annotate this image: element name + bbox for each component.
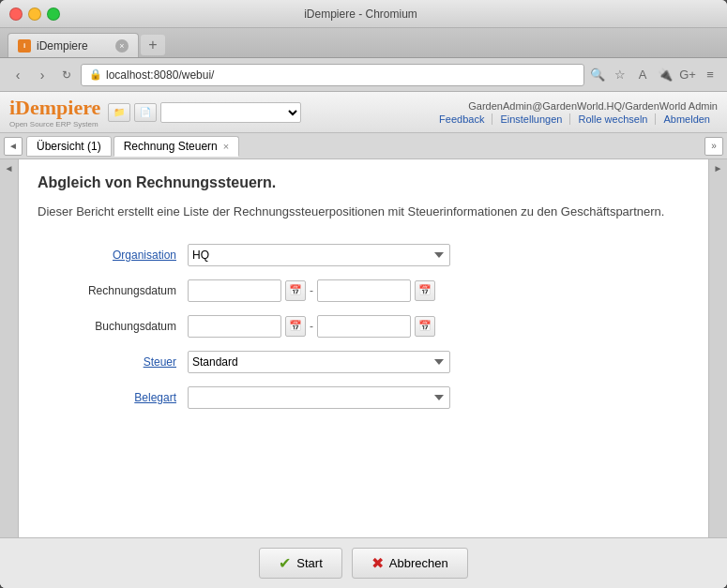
browser-tab-bar: i iDempiere × + <box>0 28 727 58</box>
select-organisation[interactable]: HQ <box>188 244 450 266</box>
new-tab-button[interactable]: + <box>141 35 165 55</box>
form-row-organisation: Organisation HQ <box>38 244 689 266</box>
tab-expand-btn[interactable]: » <box>704 137 723 156</box>
title-bar: iDempiere - Chromium <box>0 0 727 28</box>
left-sidebar-toggle[interactable]: ◄ <box>0 159 19 537</box>
logo-area: iDempiere Open Source ERP System 📁 📄 <box>9 96 301 128</box>
label-buchungsdatum: Buchungsdatum <box>38 320 188 333</box>
window-controls <box>9 8 60 21</box>
app-logo: iDempiere <box>9 96 100 120</box>
right-toggle-icon: ► <box>714 163 723 173</box>
translate-icon[interactable]: A <box>633 66 652 84</box>
page-description: Dieser Bericht erstellt eine Liste der R… <box>38 203 689 221</box>
idempiere-app: iDempiere Open Source ERP System 📁 📄 Gar… <box>0 92 727 588</box>
x-icon: ✖ <box>371 554 384 572</box>
form-row-buchungsdatum: Buchungsdatum 📅 - 📅 <box>38 315 689 338</box>
check-icon: ✔ <box>279 554 291 572</box>
tool-btn-1[interactable]: 📁 <box>108 103 130 122</box>
search-icon[interactable]: 🔍 <box>588 66 607 84</box>
label-belegart[interactable]: Belegart <box>38 391 188 404</box>
settings-link[interactable]: Einstellungen <box>492 113 570 125</box>
form-row-rechnungsdatum: Rechnungsdatum 📅 - 📅 <box>38 279 689 302</box>
tab-rechnung-steuern[interactable]: Rechnung Steuern × <box>114 136 240 157</box>
date-sep-2: - <box>310 320 313 333</box>
page-title: Abgleich von Rechnungssteuern. <box>38 174 689 191</box>
start-label: Start <box>296 556 322 570</box>
favicon: i <box>18 39 31 53</box>
browser-tab-close[interactable]: × <box>115 39 129 53</box>
context-select[interactable] <box>160 102 301 123</box>
browser-tab[interactable]: i iDempiere × <box>8 33 139 57</box>
buchungsdatum-from-cal[interactable]: 📅 <box>285 316 306 337</box>
url-text: localhost:8080/webui/ <box>106 68 214 82</box>
date-range-buchungsdatum: 📅 - 📅 <box>188 315 450 338</box>
browser-window: iDempiere - Chromium i iDempiere × + ‹ ›… <box>0 0 727 588</box>
menu-icon[interactable]: ≡ <box>701 66 719 84</box>
tab-close-icon[interactable]: × <box>223 141 229 152</box>
control-belegart <box>188 386 450 409</box>
browser-tab-label: iDempiere <box>37 39 88 53</box>
buchungsdatum-to[interactable] <box>317 315 411 338</box>
content-area: Abgleich von Rechnungssteuern. Dieser Be… <box>19 159 708 537</box>
control-buchungsdatum: 📅 - 📅 <box>188 315 450 338</box>
tab-active-label: Rechnung Steuern <box>124 140 218 153</box>
form-row-belegart: Belegart <box>38 386 689 409</box>
logo-wrap: iDempiere Open Source ERP System <box>9 96 100 128</box>
cancel-button[interactable]: ✖ Abbrechen <box>352 548 468 579</box>
extension-icon[interactable]: 🔌 <box>656 66 674 84</box>
label-rechnungsdatum: Rechnungsdatum <box>38 284 188 297</box>
rechnungsdatum-to[interactable] <box>317 279 411 302</box>
right-sidebar-toggle[interactable]: ► <box>708 159 727 537</box>
select-steuer[interactable]: Standard <box>188 351 450 373</box>
logo-subtitle: Open Source ERP System <box>9 120 100 128</box>
minimize-window-btn[interactable] <box>28 8 41 21</box>
rechnungsdatum-from[interactable] <box>188 279 281 302</box>
label-steuer[interactable]: Steuer <box>38 355 188 369</box>
date-range-rechnungsdatum: 📅 - 📅 <box>188 279 450 302</box>
header-tools: 📁 📄 <box>108 102 301 123</box>
select-belegart[interactable] <box>188 386 450 409</box>
user-info: GardenAdmin@GardenWorld.HQ/GardenWorld A… <box>432 100 718 125</box>
user-email: GardenAdmin@GardenWorld.HQ/GardenWorld A… <box>432 100 718 112</box>
refresh-button[interactable]: ↻ <box>56 65 77 85</box>
tool-btn-2[interactable]: 📄 <box>134 103 157 122</box>
close-window-btn[interactable] <box>9 8 23 21</box>
maximize-window-btn[interactable] <box>47 8 60 21</box>
start-button[interactable]: ✔ Start <box>259 548 341 579</box>
main-content: ◄ Abgleich von Rechnungssteuern. Dieser … <box>0 159 727 537</box>
control-steuer: Standard <box>188 351 450 373</box>
window-title: iDempiere - Chromium <box>60 8 661 21</box>
forward-button[interactable]: › <box>32 65 53 85</box>
app-content: iDempiere Open Source ERP System 📁 📄 Gar… <box>0 92 727 588</box>
app-tabs: ◄ Übersicht (1) Rechnung Steuern × » <box>0 133 727 159</box>
date-sep-1: - <box>310 284 313 297</box>
logout-link[interactable]: Abmelden <box>656 113 718 125</box>
left-toggle-icon: ◄ <box>5 163 14 173</box>
tab-overview-label: Übersicht (1) <box>37 140 101 153</box>
cancel-label: Abbrechen <box>389 556 448 570</box>
buchungsdatum-from[interactable] <box>188 315 281 338</box>
buchungsdatum-to-cal[interactable]: 📅 <box>415 316 435 337</box>
back-button[interactable]: ‹ <box>8 65 28 85</box>
tab-overview[interactable]: Übersicht (1) <box>26 136 112 157</box>
rechnungsdatum-from-cal[interactable]: 📅 <box>285 280 306 301</box>
address-actions: 🔍 ☆ A 🔌 G+ ≡ <box>588 66 719 84</box>
user-nav: Feedback Einstellungen Rolle wechseln Ab… <box>432 113 718 125</box>
control-organisation: HQ <box>188 244 450 266</box>
account-icon[interactable]: G+ <box>678 66 697 84</box>
sidebar-collapse-btn[interactable]: ◄ <box>4 137 23 156</box>
address-bar: ‹ › ↻ 🔒 localhost:8080/webui/ 🔍 ☆ A 🔌 G+… <box>0 58 727 92</box>
switch-role-link[interactable]: Rolle wechseln <box>570 113 656 125</box>
form-row-steuer: Steuer Standard <box>38 351 689 373</box>
rechnungsdatum-to-cal[interactable]: 📅 <box>415 280 435 301</box>
control-rechnungsdatum: 📅 - 📅 <box>188 279 450 302</box>
app-header: iDempiere Open Source ERP System 📁 📄 Gar… <box>0 92 727 133</box>
url-bar[interactable]: 🔒 localhost:8080/webui/ <box>81 64 584 86</box>
url-lock-icon: 🔒 <box>89 68 102 81</box>
bottom-bar: ✔ Start ✖ Abbrechen <box>0 537 727 588</box>
label-organisation[interactable]: Organisation <box>38 249 188 262</box>
bookmark-icon[interactable]: ☆ <box>611 66 629 84</box>
feedback-link[interactable]: Feedback <box>432 113 492 125</box>
